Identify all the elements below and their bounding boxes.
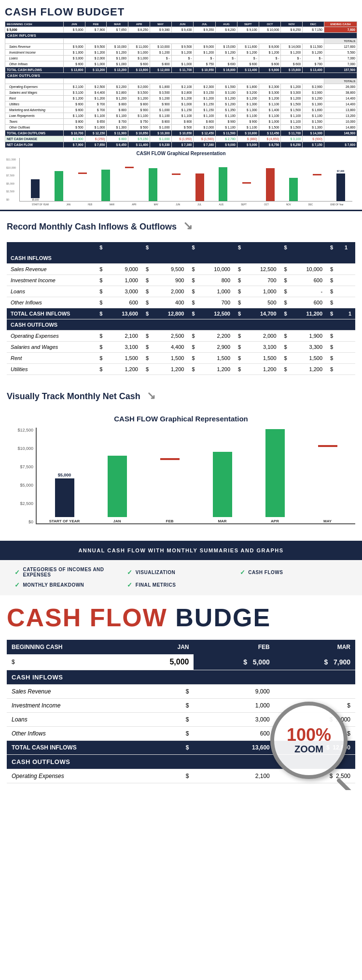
large-bar-feb-rect xyxy=(160,458,180,517)
bar-rect-sept xyxy=(242,182,251,201)
sr-jan: $ 9,000 xyxy=(63,44,85,50)
large-bar-start-label: START OF YEAR xyxy=(49,519,80,523)
mkt-sept: $ 1,300 xyxy=(237,107,259,113)
mkt-label: Marketing and Advertising xyxy=(5,107,64,113)
oi2-d5: $ xyxy=(280,297,295,308)
bar-rect-aug xyxy=(219,167,227,201)
sr-apr: $ 11,000 xyxy=(128,44,150,50)
table-row: Rent $ 1,500 $ 1,500 $ 1,500 $ 1,500 $ 1… xyxy=(7,353,355,364)
util-dec: $ 1,300 xyxy=(303,101,324,107)
begin-feb: $ 7,900 xyxy=(85,27,107,33)
col-header-aug: AUG xyxy=(216,22,237,27)
ti-mar: $ 13,200 xyxy=(107,67,128,73)
large-bar-may: MAY xyxy=(304,445,351,523)
mkt-mar: $ 800 xyxy=(107,107,128,113)
oi2-d3: $ xyxy=(188,297,202,308)
opex-mar: $ 2,200 xyxy=(107,84,128,90)
zt-jan-begin: $ 5,000 xyxy=(194,654,274,670)
sr2-label: Sales Revenue xyxy=(7,264,96,275)
util-mar: $ 800 xyxy=(107,101,128,107)
inv2-v4: 700 xyxy=(249,275,280,286)
inv2-label: Investment Income xyxy=(7,275,96,286)
mkt-jun: $ 1,150 xyxy=(171,107,194,113)
util-may: $ 900 xyxy=(150,101,171,107)
bar-jun xyxy=(172,173,181,201)
bar-rect-feb xyxy=(78,173,87,201)
feature-text-1: CATEGORIES OF INCOMES AND EXPENSES xyxy=(23,567,123,577)
zt-opex-label: Operating Expenses xyxy=(7,769,129,783)
ti-apr: $ 13,600 xyxy=(128,67,150,73)
util2-v6 xyxy=(341,364,355,375)
bar-end: $7,400 xyxy=(336,170,345,201)
nc-dec: $ (900) xyxy=(303,136,324,142)
feature-item-5: ✓ CASH FLOWS xyxy=(240,567,348,577)
table-row: Other Inflows $ 600 $ 400 $ 700 $ 500 $ … xyxy=(7,297,355,308)
mkt-oct: $ 1,400 xyxy=(259,107,281,113)
loans-jul: $ - xyxy=(194,56,216,61)
track-section: Visually Track Monthly Net Cash ↘ xyxy=(0,382,362,415)
lr-jul: $ 1,100 xyxy=(194,113,216,119)
large-bar-start-val: $5,000 xyxy=(58,473,71,477)
col-header-sept: SEPT xyxy=(237,22,259,27)
large-bar-jan: JAN xyxy=(93,456,141,523)
rent2-v3: 1,500 xyxy=(202,353,234,364)
bar-oct xyxy=(266,168,275,201)
total-outflows-label: TOTAL CASH OUTFLOWS xyxy=(5,130,64,136)
th-blank1 xyxy=(110,242,142,253)
opex-feb: $ 2,500 xyxy=(85,84,107,90)
util2-v2: 1,200 xyxy=(156,364,188,375)
outflows2-hdr: CASH OUTFLOWS xyxy=(7,319,355,331)
large-bar-apr-label: APR xyxy=(271,519,279,523)
th-dollar4: $ xyxy=(234,242,249,253)
ti2-label: TOTAL CASH INFLOWS xyxy=(7,308,96,319)
large-bars-container: $5,000 START OF YEAR JAN FEB MAR xyxy=(36,428,355,524)
sal-jun: $ 2,800 xyxy=(171,90,194,96)
sr2-v6 xyxy=(341,264,355,275)
opex2-d4: $ xyxy=(234,331,249,342)
opex-jan: $ 2,100 xyxy=(63,84,85,90)
col-header-nov: NOV xyxy=(281,22,303,27)
util-jan: $ 600 xyxy=(63,101,85,107)
lr-may: $ 1,100 xyxy=(150,113,171,119)
other-inflows-label: Other Inflows xyxy=(5,61,64,67)
loans-label: Loans xyxy=(5,56,64,61)
sal-may: $ 3,500 xyxy=(150,90,171,96)
inv2-d5: $ xyxy=(280,275,295,286)
tax-apr: $ 750 xyxy=(128,119,150,125)
loans-aug: $ - xyxy=(216,56,237,61)
col-header-feb: FEB xyxy=(85,22,107,27)
opex-dec: $ 2,900 xyxy=(303,84,324,90)
sal-apr: $ 3,500 xyxy=(128,90,150,96)
inflows-subcol xyxy=(5,39,64,44)
inv-apr: $ 1,000 xyxy=(128,50,150,56)
col-header-ending: ENDING CASH xyxy=(324,22,357,27)
opex-oct: $ 2,300 xyxy=(259,84,281,90)
rent-oct: $ 1,200 xyxy=(259,96,281,101)
sal2-d5: $ xyxy=(280,342,295,353)
net-cashflow-label: NET CASH FLOW xyxy=(5,142,64,148)
sal-sept: $ 3,200 xyxy=(237,90,259,96)
nf-dec: $ 7,150 xyxy=(303,142,324,148)
to-apr: $ 10,650 xyxy=(128,130,150,136)
col-header-jun: JUN xyxy=(171,22,194,27)
loans2-d5: $ xyxy=(280,286,295,297)
oi-total: 7,000 xyxy=(324,61,357,67)
inv-dec: $ 1,200 xyxy=(303,50,324,56)
col-header-may: MAY xyxy=(150,22,171,27)
rent-apr: $ 1,200 xyxy=(128,96,150,101)
table-row: Investment Income $ 1,000 $ 900 $ 800 $ … xyxy=(7,275,355,286)
lr-dec: $ 1,100 xyxy=(303,113,324,119)
sal2-v5: 3,300 xyxy=(294,342,326,353)
check-icon-3: ✓ xyxy=(127,569,133,576)
loans2-d2: $ xyxy=(142,286,156,297)
bar-jan xyxy=(55,171,63,201)
large-bar-feb: FEB xyxy=(146,458,194,523)
rent2-d1: $ xyxy=(96,353,110,364)
zt-sr-feb xyxy=(275,685,355,699)
oo-may: $ 1,000 xyxy=(150,125,171,130)
inv2-v1: 1,000 xyxy=(110,275,142,286)
mini-table-section: $ $ $ $ $ $ 1 CASH INFLOWS Sales Revenue xyxy=(0,242,362,382)
tax-aug: $ 900 xyxy=(216,119,237,125)
zt-ti-jan: 13,600 xyxy=(194,741,274,755)
ti2-d5: $ xyxy=(280,308,295,319)
